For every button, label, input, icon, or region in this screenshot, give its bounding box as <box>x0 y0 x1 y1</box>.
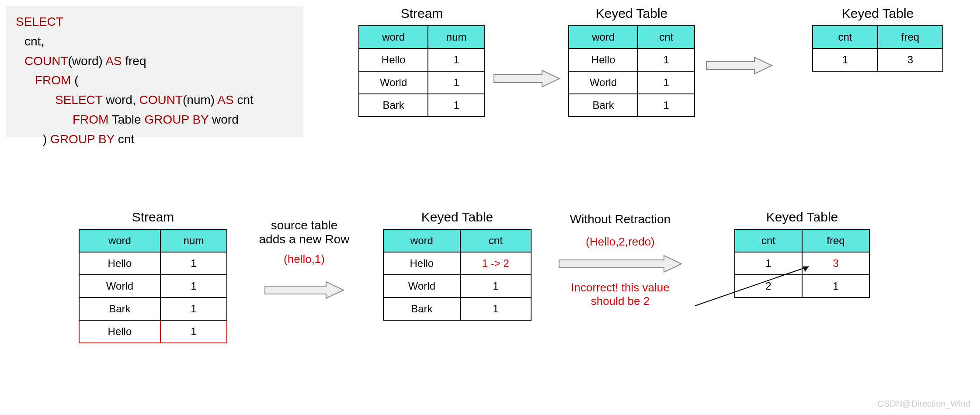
label-source-add: source table adds a new Row (hello,1) <box>243 218 365 301</box>
svg-marker-0 <box>494 70 560 87</box>
incorrect-text: Incorrect! this value should be 2 <box>548 281 692 308</box>
kw-groupby2: GROUP BY <box>50 132 115 146</box>
sql-cnt: cnt, <box>24 35 44 48</box>
top-keyed-title: Keyed Table <box>568 6 695 21</box>
arrow-bot-2 <box>559 253 681 275</box>
sql-num: (num) <box>183 93 215 107</box>
bot-stream-table: word num Hello1 World1 Bark1 Hello1 <box>79 229 227 343</box>
top-result-table: cnt freq 13 <box>812 25 943 72</box>
kw-as: AS <box>105 54 122 68</box>
th-num: num <box>428 26 485 48</box>
bot-stream-title: Stream <box>79 210 227 225</box>
kw-groupby: GROUP BY <box>144 113 209 126</box>
table-row: 13 <box>813 48 943 71</box>
th-freq: freq <box>878 26 943 48</box>
pointer-arrow <box>691 262 817 315</box>
table-row: Bark1 <box>79 297 227 320</box>
sql-closeparen: ) <box>43 132 50 146</box>
arrow-top-2 <box>706 52 772 79</box>
sql-groupword: word <box>209 113 238 126</box>
bot-stream-block: Stream word num Hello1 World1 Bark1 Hell… <box>79 210 227 343</box>
table-row: World1 <box>569 71 695 94</box>
sql-query-box: SELECT cnt, COUNT(word) AS freq FROM ( S… <box>6 6 303 137</box>
sql-cntalias: cnt <box>234 93 254 107</box>
source-add-text: source table adds a new Row <box>243 218 365 246</box>
svg-marker-2 <box>265 282 344 298</box>
kw-count: COUNT <box>24 54 68 68</box>
bot-result-title: Keyed Table <box>734 210 870 225</box>
table-row: World1 <box>79 275 227 297</box>
table-row: Hello1 -> 2 <box>383 252 531 275</box>
svg-marker-1 <box>706 57 772 74</box>
table-row: World1 <box>359 71 485 94</box>
th-cnt4: cnt <box>735 229 802 252</box>
watermark: CSDN@Direction_Wind <box>877 399 970 409</box>
hello1-text: (hello,1) <box>243 252 365 266</box>
th-cnt3: cnt <box>460 229 531 252</box>
top-result-title: Keyed Table <box>812 6 943 21</box>
hello-redo-text: (Hello,2,redo) <box>548 235 692 249</box>
th-freq2: freq <box>802 229 869 252</box>
sql-wordcol: word, <box>102 93 139 107</box>
top-stream-title: Stream <box>358 6 485 21</box>
table-row: Bark1 <box>383 297 531 320</box>
bot-keyed-title: Keyed Table <box>383 210 532 225</box>
top-stream-block: Stream word num Hello1 World1 Bark1 <box>358 6 485 117</box>
th-word: word <box>359 26 428 48</box>
th-cnt2: cnt <box>813 26 878 48</box>
sql-table: Table <box>108 113 144 126</box>
top-stream-table: word num Hello1 World1 Bark1 <box>358 25 485 117</box>
bot-keyed-block: Keyed Table word cnt Hello1 -> 2 World1 … <box>383 210 532 321</box>
kw-from2: FROM <box>73 113 108 126</box>
bot-keyed-table: word cnt Hello1 -> 2 World1 Bark1 <box>383 229 532 321</box>
svg-marker-3 <box>559 256 681 272</box>
without-text: Without Retraction <box>548 212 692 226</box>
top-result-block: Keyed Table cnt freq 13 <box>812 6 943 72</box>
table-row: Hello1 <box>359 48 485 71</box>
th-word4: word <box>383 229 460 252</box>
table-row: Hello1 <box>79 252 227 275</box>
kw-select2: SELECT <box>55 93 102 107</box>
top-keyed-table: word cnt Hello1 World1 Bark1 <box>568 25 695 117</box>
th-num2: num <box>160 229 227 252</box>
table-row: World1 <box>383 275 531 297</box>
kw-as2: AS <box>217 93 233 107</box>
label-without: Without Retraction (Hello,2,redo) Incorr… <box>548 212 692 308</box>
table-row: Hello1 <box>569 48 695 71</box>
sql-freq: freq <box>122 54 146 68</box>
kw-select: SELECT <box>16 15 63 28</box>
th-word2: word <box>569 26 638 48</box>
top-keyed-block: Keyed Table word cnt Hello1 World1 Bark1 <box>568 6 695 117</box>
th-word3: word <box>79 229 160 252</box>
svg-line-4 <box>695 266 809 306</box>
sql-groupcnt: cnt <box>115 132 134 146</box>
sql-word: (word) <box>68 54 103 68</box>
table-row: Bark1 <box>359 94 485 117</box>
table-row-new: Hello1 <box>79 320 227 343</box>
arrow-top-1 <box>494 66 560 92</box>
th-cnt: cnt <box>638 26 695 48</box>
arrow-bot-1 <box>265 279 344 301</box>
kw-count2: COUNT <box>139 93 183 107</box>
sql-paren: ( <box>71 73 78 87</box>
svg-marker-5 <box>803 266 809 272</box>
kw-from: FROM <box>35 73 71 87</box>
table-row: Bark1 <box>569 94 695 117</box>
